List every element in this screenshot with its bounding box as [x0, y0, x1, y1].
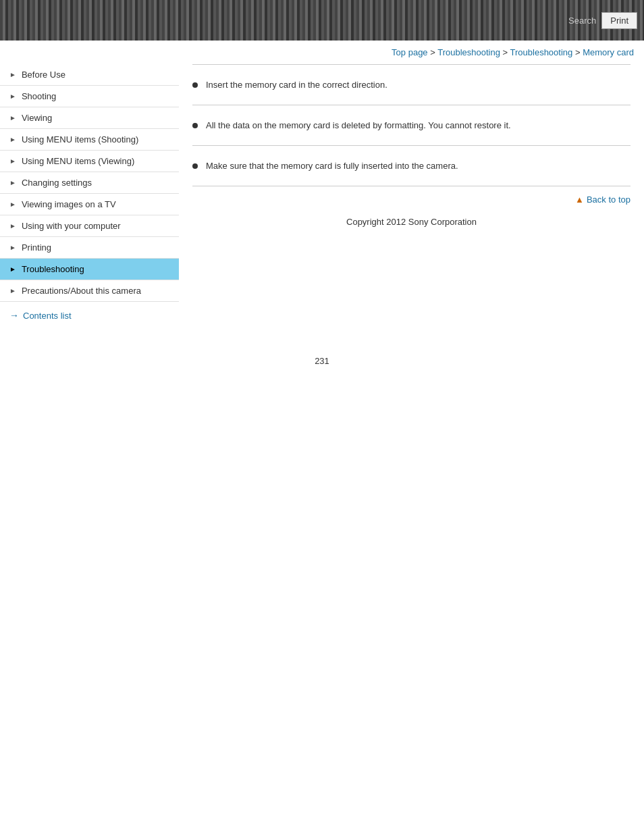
footer-bar: ▲ Back to top [192, 186, 630, 210]
bullet-dot-2 [192, 123, 198, 128]
sidebar-item-label: Precautions/About this camera [22, 286, 141, 296]
sidebar-item-label: Viewing images on a TV [22, 199, 116, 209]
sidebar-item-label: Using MENU items (Shooting) [22, 134, 138, 145]
chevron-right-icon: ► [9, 93, 16, 100]
sidebar-item-viewing-tv[interactable]: ► Viewing images on a TV [0, 194, 179, 215]
main-content: Insert the memory card in the correct di… [179, 64, 644, 247]
bullet-text-2: All the data on the memory card is delet… [206, 120, 511, 130]
arrow-right-icon: → [9, 310, 19, 321]
contents-list-link[interactable]: → Contents list [0, 302, 179, 329]
content-section-3: Make sure that the memory card is fully … [192, 146, 630, 186]
copyright-text: Copyright 2012 Sony Corporation [192, 210, 630, 234]
back-to-top-link[interactable]: ▲ Back to top [575, 194, 630, 205]
bullet-text-1: Insert the memory card in the correct di… [206, 80, 387, 90]
contents-list-anchor[interactable]: Contents list [23, 311, 72, 321]
breadcrumb-memory-card[interactable]: Memory card [583, 47, 634, 57]
page-number: 231 [0, 342, 644, 373]
chevron-right-icon: ► [9, 287, 16, 294]
bullet-dot-3 [192, 163, 198, 169]
page-layout: ► Before Use ► Shooting ► Viewing ► Usin… [0, 64, 644, 342]
bullet-item-3: Make sure that the memory card is fully … [192, 158, 630, 174]
header: Search Print [0, 0, 644, 41]
sidebar-item-label: Using with your computer [22, 221, 121, 231]
chevron-right-icon: ► [9, 179, 16, 186]
sidebar-item-before-use[interactable]: ► Before Use [0, 64, 179, 86]
chevron-right-icon: ► [9, 114, 16, 122]
breadcrumb-separator-3: > [575, 47, 583, 57]
sidebar-item-troubleshooting[interactable]: ► Troubleshooting [0, 259, 179, 280]
sidebar-item-menu-viewing[interactable]: ► Using MENU items (Viewing) [0, 151, 179, 172]
bullet-item-1: Insert the memory card in the correct di… [192, 77, 630, 93]
chevron-right-icon: ► [9, 265, 16, 273]
print-button[interactable]: Print [601, 12, 637, 29]
sidebar-item-changing-settings[interactable]: ► Changing settings [0, 172, 179, 194]
triangle-icon: ▲ [575, 194, 584, 205]
breadcrumb-troubleshooting-1[interactable]: Troubleshooting [437, 47, 500, 57]
breadcrumb-top-page[interactable]: Top page [392, 47, 428, 57]
sidebar-item-menu-shooting[interactable]: ► Using MENU items (Shooting) [0, 129, 179, 151]
sidebar-item-label: Printing [22, 242, 51, 253]
chevron-right-icon: ► [9, 71, 16, 78]
breadcrumb-separator-1: > [430, 47, 437, 57]
bullet-item-2: All the data on the memory card is delet… [192, 118, 630, 133]
sidebar-item-label: Changing settings [22, 178, 92, 188]
breadcrumb: Top page > Troubleshooting > Troubleshoo… [0, 41, 644, 64]
sidebar-item-label: Viewing [22, 113, 52, 123]
bullet-dot-1 [192, 82, 198, 88]
sidebar: ► Before Use ► Shooting ► Viewing ► Usin… [0, 64, 179, 342]
chevron-right-icon: ► [9, 222, 16, 230]
search-button[interactable]: Search [568, 16, 596, 26]
chevron-right-icon: ► [9, 201, 16, 208]
sidebar-item-shooting[interactable]: ► Shooting [0, 86, 179, 107]
content-section-1: Insert the memory card in the correct di… [192, 65, 630, 105]
sidebar-item-label: Shooting [22, 91, 56, 101]
sidebar-item-precautions[interactable]: ► Precautions/About this camera [0, 280, 179, 302]
sidebar-item-using-computer[interactable]: ► Using with your computer [0, 215, 179, 237]
sidebar-item-viewing[interactable]: ► Viewing [0, 107, 179, 129]
content-section-2: All the data on the memory card is delet… [192, 105, 630, 146]
sidebar-item-printing[interactable]: ► Printing [0, 237, 179, 259]
chevron-right-icon: ► [9, 136, 16, 143]
back-to-top-label: Back to top [587, 194, 630, 205]
chevron-right-icon: ► [9, 244, 16, 251]
breadcrumb-separator-2: > [503, 47, 510, 57]
breadcrumb-troubleshooting-2[interactable]: Troubleshooting [510, 47, 573, 57]
sidebar-item-label: Before Use [22, 70, 65, 80]
chevron-right-icon: ► [9, 157, 16, 165]
sidebar-item-label: Using MENU items (Viewing) [22, 156, 134, 166]
sidebar-item-label: Troubleshooting [22, 264, 84, 274]
bullet-text-3: Make sure that the memory card is fully … [206, 161, 458, 171]
